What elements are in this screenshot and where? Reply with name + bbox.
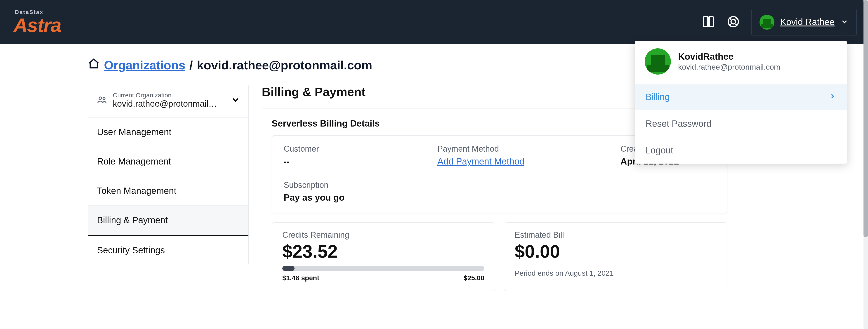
sidebar-item-billing-payment[interactable]: Billing & Payment <box>88 206 248 236</box>
sidebar-item-token-management[interactable]: Token Management <box>88 176 248 206</box>
sidebar-item-security-settings[interactable]: Security Settings <box>88 236 248 265</box>
chevron-down-icon <box>230 95 241 106</box>
user-name: Kovid Rathee <box>780 17 835 27</box>
customer-value: -- <box>284 156 428 167</box>
dropdown-user-email: kovid.rathee@protonmail.com <box>678 63 780 71</box>
credits-progress <box>282 266 485 271</box>
docs-icon[interactable] <box>702 15 715 29</box>
dropdown-item-label: Billing <box>646 92 670 102</box>
dropdown-header: KovidRathee kovid.rathee@protonmail.com <box>635 41 847 84</box>
dropdown-item-label: Reset Password <box>646 119 711 129</box>
credits-spent: $1.48 spent <box>282 274 319 282</box>
breadcrumb-root-link[interactable]: Organizations <box>104 58 185 72</box>
avatar <box>760 15 774 30</box>
org-label: Current Organization <box>113 92 224 99</box>
bill-period: Period ends on August 1, 2021 <box>515 269 717 277</box>
help-icon[interactable] <box>726 15 740 29</box>
logo-tagline: DataStax <box>15 9 61 15</box>
topbar-right: Kovid Rathee <box>702 9 857 35</box>
customer-label: Customer <box>284 144 428 154</box>
org-value: kovid.rathee@protonmail… <box>113 99 224 109</box>
credits-total: $25.00 <box>464 274 485 282</box>
dropdown-item-label: Logout <box>646 145 673 156</box>
svg-point-2 <box>99 97 101 99</box>
chevron-right-icon <box>829 92 836 102</box>
bill-label: Estimated Bill <box>515 230 717 240</box>
dropdown-item-reset-password[interactable]: Reset Password <box>635 110 847 137</box>
breadcrumb-current: kovid.rathee@protonmail.com <box>197 58 372 72</box>
logo[interactable]: DataStax Astra <box>13 9 61 35</box>
add-payment-method-link[interactable]: Add Payment Method <box>437 156 612 167</box>
subscription-label: Subscription <box>284 180 715 190</box>
chevron-down-icon <box>840 18 848 27</box>
credits-value: $23.52 <box>282 241 485 262</box>
subscription-value: Pay as you go <box>284 193 715 203</box>
estimated-bill-card: Estimated Bill $0.00 Period ends on Augu… <box>504 222 727 291</box>
scrollbar[interactable] <box>864 0 868 329</box>
svg-point-1 <box>731 20 736 24</box>
sidebar: Current Organization kovid.rathee@proton… <box>88 85 249 265</box>
top-bar: DataStax Astra Kovid Rathee <box>0 0 864 44</box>
user-menu-trigger[interactable]: Kovid Rathee <box>751 9 857 35</box>
logo-brand: Astra <box>13 15 61 35</box>
user-dropdown: KovidRathee kovid.rathee@protonmail.com … <box>635 41 847 164</box>
dropdown-item-billing[interactable]: Billing <box>635 84 847 110</box>
dropdown-user-name: KovidRathee <box>678 52 780 62</box>
scrollbar-thumb[interactable] <box>864 0 868 237</box>
org-selector[interactable]: Current Organization kovid.rathee@proton… <box>88 85 248 118</box>
breadcrumb-sep: / <box>189 58 193 72</box>
home-icon[interactable] <box>88 58 100 72</box>
dropdown-item-logout[interactable]: Logout <box>635 137 847 164</box>
avatar <box>645 48 671 74</box>
credits-progress-fill <box>282 266 294 271</box>
payment-method-label: Payment Method <box>437 144 612 154</box>
people-icon <box>97 95 107 106</box>
credits-label: Credits Remaining <box>282 230 485 240</box>
bill-value: $0.00 <box>515 241 717 262</box>
sidebar-item-role-management[interactable]: Role Management <box>88 147 248 176</box>
sidebar-item-user-management[interactable]: User Management <box>88 118 248 147</box>
svg-point-3 <box>103 97 105 99</box>
credits-card: Credits Remaining $23.52 $1.48 spent $25… <box>272 222 495 291</box>
